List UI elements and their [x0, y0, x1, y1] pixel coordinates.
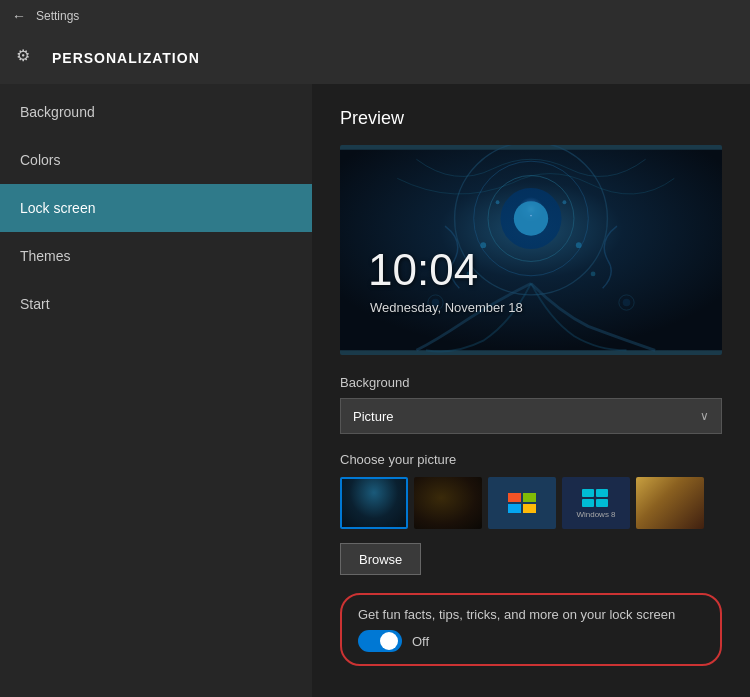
fun-facts-text: Get fun facts, tips, tricks, and more on… — [358, 607, 704, 622]
sidebar-item-themes[interactable]: Themes — [0, 232, 312, 280]
fun-facts-toggle[interactable] — [358, 630, 402, 652]
picture-thumb-3[interactable] — [488, 477, 556, 529]
windows8-label: Windows 8 — [576, 510, 615, 519]
picture-thumb-4[interactable]: Windows 8 — [562, 477, 630, 529]
toggle-off-label: Off — [412, 634, 429, 649]
sidebar-item-colors[interactable]: Colors — [0, 136, 312, 184]
svg-point-6 — [521, 209, 540, 228]
svg-point-9 — [496, 200, 500, 204]
svg-rect-17 — [508, 493, 521, 502]
svg-point-16 — [623, 299, 631, 307]
svg-point-12 — [591, 271, 596, 276]
section-title: Preview — [340, 108, 722, 129]
preview-time: 10:04 — [368, 245, 478, 295]
svg-rect-18 — [523, 493, 536, 502]
toggle-thumb — [380, 632, 398, 650]
sidebar-item-start[interactable]: Start — [0, 280, 312, 328]
content-area: Preview — [312, 84, 750, 697]
page-title: PERSONALIZATION — [52, 50, 200, 66]
title-bar-text: Settings — [36, 9, 79, 23]
title-bar: ← Settings — [0, 0, 750, 32]
choose-picture-label: Choose your picture — [340, 452, 722, 467]
chevron-down-icon: ∨ — [700, 409, 709, 423]
background-dropdown-value: Picture — [353, 409, 393, 424]
sidebar: Background Colors Lock screen Themes Sta… — [0, 84, 312, 697]
windows-flag-icon — [508, 493, 536, 513]
lock-screen-preview: 10:04 Wednesday, November 18 — [340, 145, 722, 355]
sidebar-item-background[interactable]: Background — [0, 88, 312, 136]
svg-rect-21 — [582, 489, 594, 497]
svg-point-7 — [480, 242, 486, 248]
svg-rect-20 — [523, 504, 536, 513]
windows8-logo-icon — [581, 488, 611, 508]
picture-thumb-2[interactable] — [414, 477, 482, 529]
preview-date: Wednesday, November 18 — [370, 300, 523, 315]
svg-rect-19 — [508, 504, 521, 513]
picture-thumb-5[interactable] — [636, 477, 704, 529]
sidebar-item-lock-screen[interactable]: Lock screen — [0, 184, 312, 232]
main-layout: Background Colors Lock screen Themes Sta… — [0, 84, 750, 697]
background-dropdown[interactable]: Picture ∨ — [340, 398, 722, 434]
svg-point-8 — [576, 242, 582, 248]
picture-grid: Windows 8 — [340, 477, 722, 529]
svg-rect-22 — [596, 489, 608, 497]
settings-gear-icon: ⚙ — [16, 46, 40, 70]
fun-facts-section: Get fun facts, tips, tricks, and more on… — [340, 593, 722, 666]
header: ⚙ PERSONALIZATION — [0, 32, 750, 84]
svg-rect-23 — [582, 499, 594, 507]
toggle-row: Off — [358, 630, 704, 652]
svg-point-10 — [563, 200, 567, 204]
svg-rect-24 — [596, 499, 608, 507]
background-label: Background — [340, 375, 722, 390]
back-button[interactable]: ← — [12, 8, 26, 24]
browse-button[interactable]: Browse — [340, 543, 421, 575]
picture-thumb-1[interactable] — [340, 477, 408, 529]
